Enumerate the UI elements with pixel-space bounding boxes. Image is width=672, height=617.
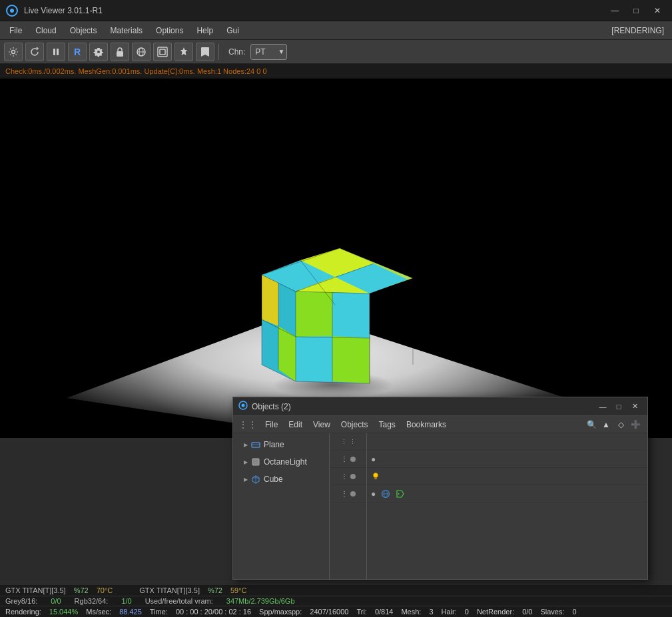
menu-objects[interactable]: Objects [63, 23, 104, 38]
expand-icon: ▶ [244, 459, 250, 465]
menu-cloud[interactable]: Cloud [29, 23, 63, 38]
svg-rect-52 [374, 477, 377, 479]
menu-options[interactable]: Options [149, 23, 190, 38]
maximize-button[interactable]: □ [627, 4, 645, 17]
svg-rect-5 [117, 51, 123, 57]
reset-icon-btn[interactable]: R [68, 43, 87, 61]
obj-menu-view[interactable]: View [308, 418, 336, 431]
gear-icon-btn[interactable] [89, 43, 108, 61]
gpu1-temp: 70°C [97, 586, 113, 594]
obj-up-icon-btn[interactable]: ▲ [599, 418, 613, 431]
objects-tree[interactable]: ▶ Plane ▶ OctaneLight [233, 433, 330, 579]
gpu2-temp: 59°C [230, 586, 247, 594]
obj-menu-objects[interactable]: Objects [336, 418, 374, 431]
title-bar: Live Viewer 3.01.1-R1 — □ ✕ [0, 0, 672, 21]
col-visibility: ⋮ ⋮ ⋮ ⋮ ⋮ [330, 433, 367, 579]
viewport[interactable] [0, 79, 672, 438]
close-button[interactable]: ✕ [648, 4, 667, 17]
svg-marker-27 [332, 292, 370, 338]
pause-icon-btn[interactable] [47, 43, 65, 61]
svg-point-1 [10, 9, 14, 13]
light-dot-icon [350, 474, 356, 479]
vram-val: 347Mb/2.739Gb/6Gb [226, 597, 295, 605]
objects-columns: ⋮ ⋮ ⋮ ⋮ ⋮ [330, 433, 647, 579]
viewport-icon-btn[interactable] [153, 43, 172, 61]
refresh-icon-btn[interactable] [25, 43, 44, 61]
plane-icon [250, 439, 261, 450]
menu-file[interactable]: File [3, 23, 29, 38]
grey-label: Grey8/16: [5, 597, 37, 605]
rendering-pct: 15.044% [49, 608, 78, 616]
svg-rect-53 [375, 479, 377, 479]
gpu1-row: GTX TITAN[T][3.5] %72 70°C [5, 586, 113, 594]
object-row-plane[interactable]: ▶ Plane [233, 436, 329, 453]
panel-app-icon [238, 401, 248, 412]
svg-rect-45 [252, 443, 260, 447]
plane-props-row: ● [367, 451, 647, 468]
objects-panel-menu: ⋮⋮ File Edit View Objects Tags Bookmarks… [233, 416, 647, 433]
object-row-octanelight[interactable]: ▶ OctaneLight [233, 453, 329, 471]
obj-menu-tags[interactable]: Tags [374, 418, 401, 431]
plane-name: Plane [264, 440, 284, 449]
channel-select[interactable]: PT DL PMC [250, 44, 287, 60]
plane-vis-icon[interactable]: ⋮ [341, 455, 348, 463]
panel-close-button[interactable]: ✕ [627, 401, 642, 413]
settings-icon-btn[interactable] [4, 43, 23, 61]
sphere-icon-btn[interactable] [132, 43, 151, 61]
light-icon [250, 457, 261, 467]
rgb-val: 1/0 [121, 597, 131, 605]
obj-add-icon-btn[interactable]: ➕ [629, 418, 642, 431]
cube-sphere-icon: ● [371, 489, 376, 499]
menu-help[interactable]: Help [190, 23, 220, 38]
obj-menu-right-icons: 🔍 ▲ ◇ ➕ [585, 418, 645, 431]
object-row-cube[interactable]: ▶ Cube [233, 471, 329, 488]
panel-title: Objects (2) [252, 402, 595, 411]
props-header [367, 433, 647, 451]
time-val: 00 : 00 : 20/00 : 02 : 16 [176, 608, 251, 616]
menu-gui[interactable]: Gui [220, 23, 246, 38]
toolbar: R Chn: PT [0, 40, 672, 64]
chn-label: Chn: [228, 47, 245, 57]
channel-select-wrapper: PT DL PMC ▼ [248, 44, 287, 60]
gpu2-name: GTX TITAN[T][3.5] [139, 586, 200, 594]
objects-panel-titlebar[interactable]: Objects (2) — □ ✕ [233, 397, 647, 416]
hair-label: Hair: [442, 608, 457, 616]
obj-menu-file[interactable]: File [260, 418, 283, 431]
rendering-label: Rendering: [5, 608, 41, 616]
vram-label: Used/free/total vram: [145, 597, 213, 605]
objects-panel: Objects (2) — □ ✕ ⋮⋮ File Edit View Obje… [232, 397, 648, 580]
obj-search-icon-btn[interactable]: 🔍 [585, 418, 598, 431]
obj-menu-edit[interactable]: Edit [283, 418, 308, 431]
globe-icon [381, 489, 390, 499]
menu-bar: File Cloud Objects Materials Options Hel… [0, 21, 672, 40]
panel-maximize-button[interactable]: □ [611, 401, 626, 413]
tri-val: 0/814 [375, 608, 394, 616]
col-header: ⋮ ⋮ [330, 433, 366, 451]
tag-icon [396, 489, 405, 499]
objects-list: ▶ Plane ▶ OctaneLight [233, 433, 647, 579]
pin-icon-btn[interactable] [174, 43, 193, 61]
light-bulb-icon [371, 472, 380, 481]
light-icons-row: ⋮ [330, 468, 366, 485]
window-controls: — □ ✕ [605, 4, 667, 17]
svg-point-51 [374, 473, 378, 477]
obj-options-icon-btn[interactable]: ◇ [614, 418, 627, 431]
panel-minimize-button[interactable]: — [595, 401, 610, 413]
svg-rect-4 [57, 49, 59, 55]
cube-dot-icon [350, 491, 356, 497]
svg-point-2 [12, 50, 15, 53]
obj-menu-bookmarks[interactable]: Bookmarks [401, 418, 452, 431]
cube-vis-icon[interactable]: ⋮ [341, 490, 348, 497]
light-vis-icon[interactable]: ⋮ [341, 473, 348, 480]
lock-icon-btn[interactable] [111, 43, 129, 61]
status-text: Check:0ms./0.002ms. MeshGen:0.001ms. Upd… [5, 67, 267, 75]
svg-rect-9 [158, 47, 167, 57]
plane-sphere-icon: ● [371, 455, 376, 464]
svg-point-58 [398, 493, 400, 495]
rendering-status: [RENDERING] [611, 26, 664, 35]
menu-materials[interactable]: Materials [103, 23, 149, 38]
minimize-button[interactable]: — [605, 4, 624, 17]
toolbar-separator [218, 44, 219, 60]
plane-dot-icon [350, 457, 356, 462]
bookmark-icon-btn[interactable] [196, 43, 214, 61]
